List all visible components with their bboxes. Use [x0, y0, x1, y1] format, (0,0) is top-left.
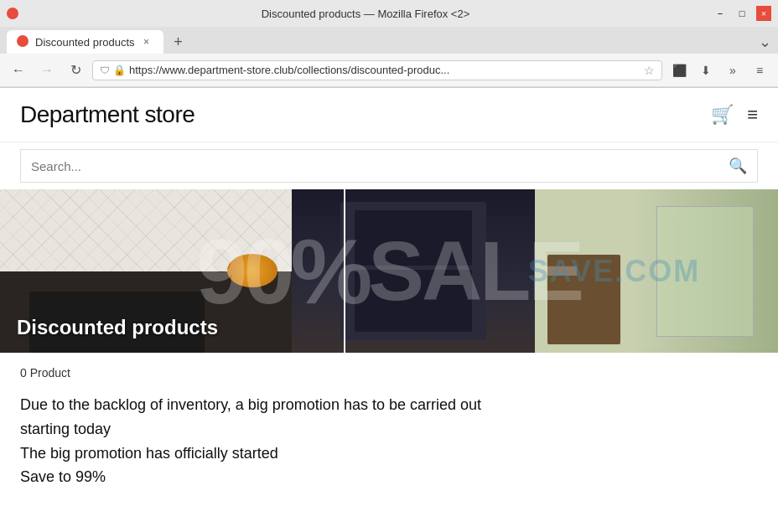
- tab-label: Discounted products: [35, 36, 135, 49]
- search-bar: 🔍: [20, 149, 758, 183]
- title-bar-left: [7, 8, 18, 19]
- hamburger-menu-icon[interactable]: ≡: [748, 59, 771, 82]
- promo-text: Due to the backlog of inventory, a big p…: [20, 393, 758, 489]
- promo-line-2: starting today: [20, 417, 758, 442]
- website-content: Department store 🛒 ≡ 🔍: [0, 88, 778, 503]
- browser-chrome: Discounted products — Mozilla Firefox <2…: [0, 0, 778, 88]
- close-traffic-light[interactable]: [7, 8, 18, 19]
- title-bar: Discounted products — Mozilla Firefox <2…: [0, 0, 778, 27]
- sale-percent-text: 90%: [196, 225, 368, 318]
- container-icon[interactable]: ⬛: [667, 59, 691, 82]
- header-icons: 🛒 ≡: [711, 104, 758, 126]
- content-section: 0 Product Due to the backlog of inventor…: [0, 353, 778, 503]
- hero-divider-1: [344, 189, 345, 353]
- window-title: Discounted products — Mozilla Firefox <2…: [18, 8, 713, 20]
- forward-button[interactable]: →: [35, 59, 59, 82]
- sale-word-text: SALE: [368, 223, 582, 319]
- search-input[interactable]: [31, 159, 729, 173]
- tab-close-button[interactable]: ×: [140, 35, 153, 49]
- hero-banner: 90% SALE SAVE.COM Discounted products: [0, 189, 778, 353]
- bookmark-star-icon[interactable]: ☆: [644, 64, 655, 77]
- promo-line-3: The big promotion has officially started: [20, 442, 758, 466]
- hamburger-icon[interactable]: ≡: [747, 104, 758, 126]
- site-header: Department store 🛒 ≡: [0, 88, 778, 142]
- tab-favicon: [17, 35, 30, 49]
- extensions-icon[interactable]: »: [721, 59, 744, 82]
- new-tab-button[interactable]: +: [167, 30, 190, 54]
- cart-icon[interactable]: 🛒: [711, 104, 734, 126]
- refresh-button[interactable]: ↻: [64, 59, 87, 82]
- address-bar[interactable]: 🛡 🔒 https://www.department-store.club/co…: [92, 60, 662, 80]
- tab-overflow-button[interactable]: ⌄: [759, 33, 771, 51]
- hero-title-overlay: Discounted products: [17, 316, 218, 339]
- product-count: 0 Product: [20, 366, 758, 380]
- nav-actions: ⬛ ⬇ » ≡: [667, 59, 771, 82]
- url-display: https://www.department-store.club/collec…: [129, 64, 641, 76]
- shield-icon: 🛡: [100, 65, 110, 76]
- nav-bar: ← → ↻ 🛡 🔒 https://www.department-store.c…: [0, 54, 778, 87]
- back-button[interactable]: ←: [7, 59, 30, 82]
- title-bar-controls: − □ ×: [713, 6, 771, 21]
- search-submit-icon[interactable]: 🔍: [729, 157, 747, 175]
- active-tab[interactable]: Discounted products ×: [7, 30, 163, 54]
- close-button[interactable]: ×: [756, 6, 771, 21]
- restore-button[interactable]: □: [734, 6, 749, 21]
- minimize-button[interactable]: −: [713, 6, 728, 21]
- site-title: Department store: [20, 101, 194, 128]
- promo-line-4: Save to 99%: [20, 465, 758, 489]
- downloads-icon[interactable]: ⬇: [694, 59, 718, 82]
- lock-icon: 🔒: [113, 65, 126, 76]
- tab-bar: Discounted products × + ⌄: [0, 27, 778, 54]
- promo-line-1: Due to the backlog of inventory, a big p…: [20, 393, 758, 417]
